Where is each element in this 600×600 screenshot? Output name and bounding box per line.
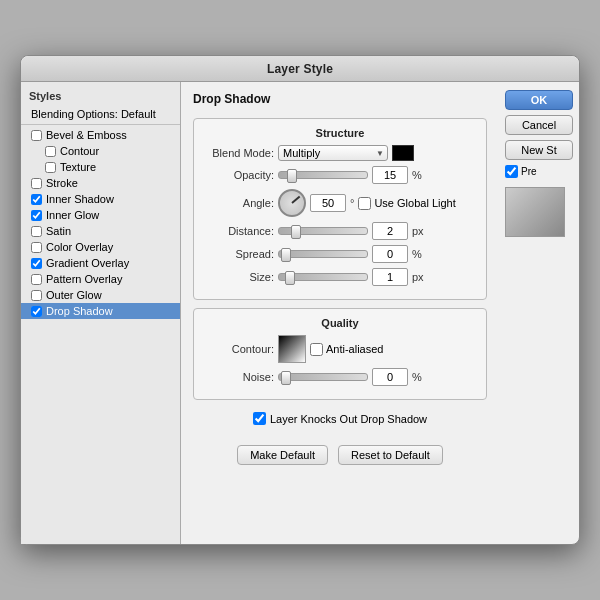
size-unit: px (412, 271, 424, 283)
size-input[interactable] (372, 268, 408, 286)
noise-input[interactable] (372, 368, 408, 386)
preview-box (505, 187, 565, 237)
sidebar-title: Styles (21, 88, 180, 106)
noise-thumb[interactable] (281, 371, 291, 385)
color-overlay-label: Color Overlay (46, 241, 113, 253)
bevel-emboss-label: Bevel & Emboss (46, 129, 127, 141)
size-thumb[interactable] (285, 271, 295, 285)
drop-shadow-header: Drop Shadow (193, 92, 487, 106)
reset-to-default-button[interactable]: Reset to Default (338, 445, 443, 465)
blend-mode-select[interactable]: Multiply (278, 145, 388, 161)
sidebar-item-gradient-overlay[interactable]: Gradient Overlay (21, 255, 180, 271)
make-default-button[interactable]: Make Default (237, 445, 328, 465)
right-buttons: OK Cancel New St Pre (499, 82, 579, 544)
gradient-overlay-checkbox[interactable] (31, 258, 42, 269)
opacity-label: Opacity: (204, 169, 274, 181)
layer-knocks-checkbox[interactable] (253, 412, 266, 425)
blend-color-swatch[interactable] (392, 145, 414, 161)
noise-label: Noise: (204, 371, 274, 383)
sidebar-item-bevel[interactable]: Bevel & Emboss (21, 127, 180, 143)
sidebar-item-outer-glow[interactable]: Outer Glow (21, 287, 180, 303)
spread-input[interactable] (372, 245, 408, 263)
contour-preview[interactable] (278, 335, 306, 363)
bevel-emboss-checkbox[interactable] (31, 130, 42, 141)
preview-label: Pre (505, 165, 573, 178)
sidebar-item-drop-shadow[interactable]: Drop Shadow (21, 303, 180, 319)
distance-unit: px (412, 225, 424, 237)
size-slider[interactable] (278, 273, 368, 281)
anti-aliased-checkbox[interactable] (310, 343, 323, 356)
quality-label: Quality (204, 317, 476, 329)
inner-shadow-checkbox[interactable] (31, 194, 42, 205)
stroke-label: Stroke (46, 177, 78, 189)
blending-options-label: Blending Options: Default (31, 108, 156, 120)
sidebar-item-texture[interactable]: Texture (21, 159, 180, 175)
spread-row: Spread: % (204, 245, 476, 263)
sidebar: Styles Blending Options: Default Bevel &… (21, 82, 181, 544)
color-overlay-checkbox[interactable] (31, 242, 42, 253)
noise-unit: % (412, 371, 422, 383)
angle-input[interactable] (310, 194, 346, 212)
spread-label: Spread: (204, 248, 274, 260)
angle-dial[interactable] (278, 189, 306, 217)
distance-label: Distance: (204, 225, 274, 237)
satin-label: Satin (46, 225, 71, 237)
angle-label: Angle: (204, 197, 274, 209)
quality-section: Quality Contour: Anti-aliased Noise: (193, 308, 487, 400)
opacity-unit: % (412, 169, 422, 181)
structure-label: Structure (204, 127, 476, 139)
spread-thumb[interactable] (281, 248, 291, 262)
drop-shadow-checkbox[interactable] (31, 306, 42, 317)
dialog-title: Layer Style (21, 56, 579, 82)
layer-knocks-label: Layer Knocks Out Drop Shadow (270, 413, 427, 425)
opacity-thumb[interactable] (287, 169, 297, 183)
inner-shadow-label: Inner Shadow (46, 193, 114, 205)
distance-input[interactable] (372, 222, 408, 240)
pattern-overlay-label: Pattern Overlay (46, 273, 122, 285)
distance-row: Distance: px (204, 222, 476, 240)
blend-mode-row: Blend Mode: Multiply (204, 145, 476, 161)
opacity-slider[interactable] (278, 171, 368, 179)
cancel-button[interactable]: Cancel (505, 115, 573, 135)
ok-button[interactable]: OK (505, 90, 573, 110)
texture-checkbox[interactable] (45, 162, 56, 173)
distance-thumb[interactable] (291, 225, 301, 239)
noise-row: Noise: % (204, 368, 476, 386)
sidebar-item-stroke[interactable]: Stroke (21, 175, 180, 191)
preview-checkbox[interactable] (505, 165, 518, 178)
gradient-overlay-label: Gradient Overlay (46, 257, 129, 269)
satin-checkbox[interactable] (31, 226, 42, 237)
sidebar-item-pattern-overlay[interactable]: Pattern Overlay (21, 271, 180, 287)
pattern-overlay-checkbox[interactable] (31, 274, 42, 285)
opacity-input[interactable] (372, 166, 408, 184)
sidebar-divider (21, 124, 180, 125)
spread-unit: % (412, 248, 422, 260)
outer-glow-checkbox[interactable] (31, 290, 42, 301)
distance-slider[interactable] (278, 227, 368, 235)
blend-mode-select-wrap[interactable]: Multiply (278, 145, 388, 161)
sidebar-item-inner-shadow[interactable]: Inner Shadow (21, 191, 180, 207)
noise-slider[interactable] (278, 373, 368, 381)
contour-checkbox[interactable] (45, 146, 56, 157)
sidebar-item-contour[interactable]: Contour (21, 143, 180, 159)
sidebar-item-color-overlay[interactable]: Color Overlay (21, 239, 180, 255)
new-style-button[interactable]: New St (505, 140, 573, 160)
drop-shadow-label: Drop Shadow (46, 305, 113, 317)
main-content: Drop Shadow Structure Blend Mode: Multip… (181, 82, 499, 544)
sidebar-item-inner-glow[interactable]: Inner Glow (21, 207, 180, 223)
use-global-light-label: Use Global Light (358, 197, 455, 210)
size-label: Size: (204, 271, 274, 283)
anti-aliased-label: Anti-aliased (310, 343, 383, 356)
inner-glow-label: Inner Glow (46, 209, 99, 221)
size-row: Size: px (204, 268, 476, 286)
opacity-row: Opacity: % (204, 166, 476, 184)
sidebar-item-blending[interactable]: Blending Options: Default (21, 106, 180, 122)
blend-mode-label: Blend Mode: (204, 147, 274, 159)
inner-glow-checkbox[interactable] (31, 210, 42, 221)
outer-glow-label: Outer Glow (46, 289, 102, 301)
stroke-checkbox[interactable] (31, 178, 42, 189)
sidebar-item-satin[interactable]: Satin (21, 223, 180, 239)
structure-section: Structure Blend Mode: Multiply Opacity: (193, 118, 487, 300)
use-global-light-checkbox[interactable] (358, 197, 371, 210)
spread-slider[interactable] (278, 250, 368, 258)
